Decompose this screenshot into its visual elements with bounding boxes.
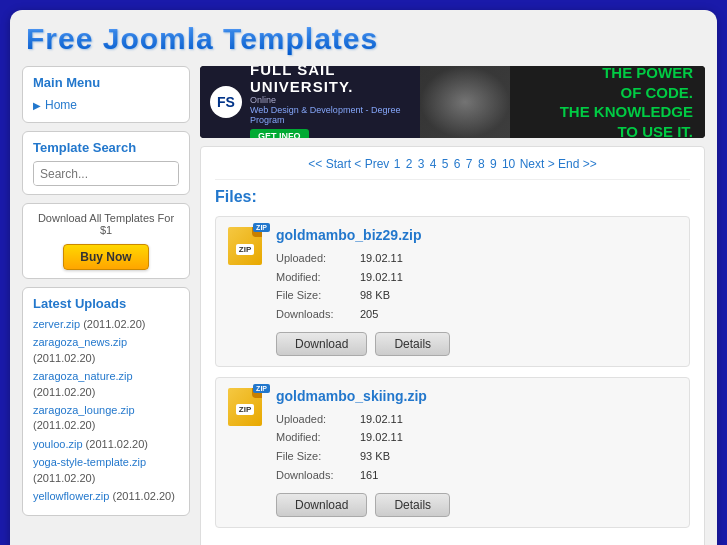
sidebar-item-home[interactable]: ▶ Home <box>33 96 179 114</box>
pagination-start[interactable]: << Start < Prev <box>308 157 392 171</box>
details-button-0[interactable]: Details <box>375 332 450 356</box>
label-modified: Modified: <box>276 428 356 447</box>
value-uploaded: 19.02.11 <box>360 249 403 268</box>
banner-left: FS FULL SAIL UNIVERSITY. Online Web Desi… <box>200 66 420 138</box>
advertisement-banner[interactable]: FS FULL SAIL UNIVERSITY. Online Web Desi… <box>200 66 705 138</box>
banner-text: FULL SAIL UNIVERSITY. Online Web Design … <box>250 66 410 138</box>
label-uploaded: Uploaded: <box>276 249 356 268</box>
page-4[interactable]: 4 <box>430 157 437 171</box>
label-uploaded: Uploaded: <box>276 410 356 429</box>
main-content: Main Menu ▶ Home Template Search 🔍 Downl… <box>22 66 705 545</box>
site-title: Free Joomla Templates <box>22 22 705 56</box>
file-type-label: ZIP <box>236 404 254 415</box>
latest-uploads-list: zerver.zip (2011.02.20)zaragoza_news.zip… <box>33 317 179 504</box>
banner-image <box>420 66 510 138</box>
page-7[interactable]: 7 <box>466 157 473 171</box>
banner-logo: FS <box>210 86 242 118</box>
meta-row-uploaded: Uploaded: 19.02.11 <box>276 410 677 429</box>
search-input[interactable] <box>34 163 179 185</box>
value-uploaded: 19.02.11 <box>360 410 403 429</box>
file-info: goldmambo_biz29.zip Uploaded: 19.02.11 M… <box>276 227 677 356</box>
file-info: goldmambo_skiing.zip Uploaded: 19.02.11 … <box>276 388 677 517</box>
buy-box: Download All Templates For $1 Buy Now <box>22 203 190 279</box>
buy-text: Download All Templates For $1 <box>33 212 179 236</box>
page-8[interactable]: 8 <box>478 157 485 171</box>
files-section-title: Files: <box>215 188 690 206</box>
page-10[interactable]: 10 <box>502 157 515 171</box>
main-menu-title: Main Menu <box>33 75 179 90</box>
meta-row-downloads: Downloads: 205 <box>276 305 677 324</box>
file-name-0[interactable]: goldmambo_biz29.zip <box>276 227 677 243</box>
value-downloads: 205 <box>360 305 378 324</box>
file-actions-1: Download Details <box>276 493 677 517</box>
home-label: Home <box>45 98 77 112</box>
page-9[interactable]: 9 <box>490 157 497 171</box>
page-5[interactable]: 5 <box>442 157 449 171</box>
search-box: 🔍 <box>33 161 179 186</box>
banner-right: THE POWER OF CODE. THE KNOWLEDGE TO USE … <box>510 66 705 138</box>
files-list: ZIP ZIP goldmambo_biz29.zip Uploaded: 19… <box>215 216 690 528</box>
banner-cta-button[interactable]: GET INFO <box>250 129 309 138</box>
banner-power-text: THE POWER OF CODE. THE KNOWLEDGE TO USE … <box>560 66 693 138</box>
label-filesize: File Size: <box>276 447 356 466</box>
banner-face-graphic <box>420 66 510 138</box>
meta-row-modified: Modified: 19.02.11 <box>276 268 677 287</box>
banner-sub2: Web Design & Development - Degree Progra… <box>250 105 410 125</box>
page-3[interactable]: 3 <box>418 157 425 171</box>
power-line1: THE POWER <box>602 66 693 81</box>
details-button-1[interactable]: Details <box>375 493 450 517</box>
file-meta-0: Uploaded: 19.02.11 Modified: 19.02.11 Fi… <box>276 249 677 324</box>
content-area: FS FULL SAIL UNIVERSITY. Online Web Desi… <box>200 66 705 545</box>
latest-item[interactable]: zerver.zip (2011.02.20) <box>33 317 179 332</box>
download-button-1[interactable]: Download <box>276 493 367 517</box>
file-icon: ZIP ZIP <box>228 227 266 265</box>
buy-now-button[interactable]: Buy Now <box>63 244 148 270</box>
page-2[interactable]: 2 <box>406 157 413 171</box>
label-filesize: File Size: <box>276 286 356 305</box>
power-line4: TO USE IT. <box>617 123 693 139</box>
template-search-box: Template Search 🔍 <box>22 131 190 195</box>
file-item: ZIP ZIP goldmambo_biz29.zip Uploaded: 19… <box>215 216 690 367</box>
main-menu-box: Main Menu ▶ Home <box>22 66 190 123</box>
meta-row-filesize: File Size: 93 KB <box>276 447 677 466</box>
value-filesize: 93 KB <box>360 447 390 466</box>
latest-uploads-title: Latest Uploads <box>33 296 179 311</box>
latest-item[interactable]: yellowflower.zip (2011.02.20) <box>33 489 179 504</box>
file-icon-inner: ZIP <box>228 388 262 426</box>
zip-badge: ZIP <box>253 223 270 232</box>
zip-badge: ZIP <box>253 384 270 393</box>
file-actions-0: Download Details <box>276 332 677 356</box>
page-wrapper: Free Joomla Templates Main Menu ▶ Home T… <box>10 10 717 545</box>
value-filesize: 98 KB <box>360 286 390 305</box>
value-modified: 19.02.11 <box>360 268 403 287</box>
page-1[interactable]: 1 <box>394 157 401 171</box>
latest-item[interactable]: yoga-style-template.zip (2011.02.20) <box>33 455 179 486</box>
power-line3: THE KNOWLEDGE <box>560 103 693 120</box>
label-downloads: Downloads: <box>276 466 356 485</box>
value-modified: 19.02.11 <box>360 428 403 447</box>
latest-uploads-box: Latest Uploads zerver.zip (2011.02.20)za… <box>22 287 190 516</box>
power-line2: OF CODE. <box>620 84 693 101</box>
pagination-end[interactable]: Next > End >> <box>520 157 597 171</box>
meta-row-uploaded: Uploaded: 19.02.11 <box>276 249 677 268</box>
latest-item[interactable]: zaragoza_nature.zip (2011.02.20) <box>33 369 179 400</box>
page-6[interactable]: 6 <box>454 157 461 171</box>
file-name-1[interactable]: goldmambo_skiing.zip <box>276 388 677 404</box>
file-item: ZIP ZIP goldmambo_skiing.zip Uploaded: 1… <box>215 377 690 528</box>
latest-item[interactable]: zaragoza_lounge.zip (2011.02.20) <box>33 403 179 434</box>
banner-sub1: Online <box>250 95 410 105</box>
label-modified: Modified: <box>276 268 356 287</box>
sidebar: Main Menu ▶ Home Template Search 🔍 Downl… <box>22 66 190 545</box>
meta-row-filesize: File Size: 98 KB <box>276 286 677 305</box>
latest-item[interactable]: youloo.zip (2011.02.20) <box>33 437 179 452</box>
latest-item[interactable]: zaragoza_news.zip (2011.02.20) <box>33 335 179 366</box>
label-downloads: Downloads: <box>276 305 356 324</box>
file-icon-inner: ZIP <box>228 227 262 265</box>
meta-row-downloads: Downloads: 161 <box>276 466 677 485</box>
banner-university-name: FULL SAIL UNIVERSITY. <box>250 66 410 95</box>
download-button-0[interactable]: Download <box>276 332 367 356</box>
file-meta-1: Uploaded: 19.02.11 Modified: 19.02.11 Fi… <box>276 410 677 485</box>
arrow-icon: ▶ <box>33 100 41 111</box>
pagination: << Start < Prev 1 2 3 4 5 6 7 8 9 10 Nex… <box>215 157 690 180</box>
file-icon: ZIP ZIP <box>228 388 266 426</box>
